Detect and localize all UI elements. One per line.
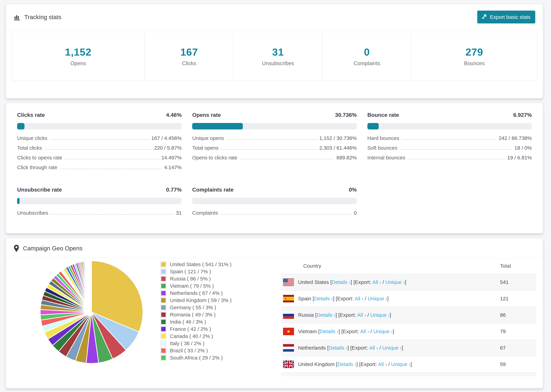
rate-progress-bar bbox=[192, 123, 357, 129]
rate-progress-fill bbox=[192, 123, 243, 129]
map-pin-icon bbox=[14, 245, 19, 252]
rates-card: Clicks rate4.46%Unique clicks167 / 4.456… bbox=[6, 103, 543, 233]
stat-label: Opens to clicks rate bbox=[192, 155, 237, 161]
geo-table: Country Total United States [Details ›] … bbox=[281, 258, 536, 377]
legend-swatch bbox=[160, 290, 167, 296]
legend-swatch bbox=[160, 304, 167, 311]
stat-label: Click through rate bbox=[17, 165, 57, 170]
tracking-stats-title: Tracking stats bbox=[14, 14, 61, 21]
legend-item: Vietnam ( 79 / 5% ) bbox=[160, 282, 232, 290]
legend-label: South Africa ( 29 / 2% ) bbox=[170, 355, 223, 361]
legend-swatch bbox=[160, 312, 167, 318]
link-separator: / bbox=[387, 361, 391, 367]
geo-export-unique-link[interactable]: Unique › bbox=[370, 312, 390, 318]
geo-export-all-link[interactable]: All › bbox=[354, 296, 363, 301]
legend-swatch bbox=[160, 348, 167, 354]
geo-table-header: Country Total bbox=[281, 258, 536, 274]
legend-label: United States ( 541 / 31% ) bbox=[170, 261, 232, 267]
legend-item: India ( 46 / 3% ) bbox=[160, 318, 232, 325]
geo-export-all-link[interactable]: All › bbox=[360, 329, 369, 334]
export-basic-stats-button[interactable]: Export basic stats bbox=[477, 11, 535, 23]
stat-row: Total clicks220 / 5.87% bbox=[17, 145, 182, 155]
legend-swatch bbox=[160, 326, 167, 332]
dotted-leader bbox=[221, 149, 317, 150]
geo-export-unique-link[interactable]: Unique › bbox=[368, 296, 387, 301]
country-column-header: Country bbox=[303, 263, 500, 269]
stat-label: Unsubscribes bbox=[17, 210, 48, 216]
geo-table-row: Netherlands [Details ›] [Export: All › /… bbox=[281, 339, 536, 356]
rate-block-complaints: Complaints rate0%Complaints0 bbox=[192, 187, 357, 220]
total-cell: 121 bbox=[500, 296, 536, 301]
geo-details-link[interactable]: Details › bbox=[317, 312, 335, 318]
geo-export-unique-link[interactable]: Unique › bbox=[382, 345, 402, 351]
close-bracket: ] bbox=[402, 345, 403, 351]
geo-export-unique-link[interactable]: Unique › bbox=[373, 329, 393, 334]
stat-value: 4.147% bbox=[164, 165, 182, 170]
legend-item: France ( 42 / 2% ) bbox=[160, 325, 232, 333]
stat-label: Internal bounces bbox=[367, 155, 405, 161]
geo-details-link[interactable]: Details › bbox=[329, 345, 347, 351]
country-name: Netherlands [ bbox=[298, 345, 329, 351]
summary-label: Complaints bbox=[353, 60, 380, 67]
rate-progress-bar bbox=[17, 123, 182, 129]
stat-label: Unique clicks bbox=[17, 135, 47, 141]
rate-value: 4.46% bbox=[166, 112, 182, 118]
stat-value: 220 / 5.87% bbox=[154, 145, 182, 151]
geo-export-unique-link[interactable]: Unique › bbox=[385, 279, 405, 285]
geo-table-body: United States [Details ›] [Export: All ›… bbox=[281, 274, 536, 377]
geo-opens-pie-chart[interactable] bbox=[38, 259, 145, 366]
total-column-header: Total bbox=[500, 263, 536, 269]
summary-label: Clicks bbox=[182, 60, 196, 67]
legend-item: Spain ( 121 / 7% ) bbox=[160, 268, 232, 275]
legend-swatch bbox=[160, 276, 167, 282]
legend-item: Brazil ( 33 / 2% ) bbox=[160, 347, 232, 354]
legend-label: Canada ( 40 / 2% ) bbox=[170, 333, 213, 339]
total-cell: 59 bbox=[500, 361, 536, 367]
export-button-label: Export basic stats bbox=[490, 14, 530, 20]
rate-progress-bar bbox=[192, 198, 357, 204]
legend-label: Vietnam ( 79 / 5% ) bbox=[170, 283, 214, 289]
stat-label: Complaints bbox=[192, 210, 218, 216]
close-bracket: ] bbox=[410, 361, 412, 367]
country-cell: Spain [Details ›] [Export: All › / Uniqu… bbox=[298, 296, 500, 301]
rate-value: 0.77% bbox=[166, 187, 182, 193]
stat-row: Hard bounces242 / 86.738% bbox=[367, 135, 532, 145]
legend-swatch bbox=[160, 355, 167, 361]
geo-details-link[interactable]: Details › bbox=[320, 329, 339, 334]
export-prefix: ] [Export: bbox=[356, 361, 378, 367]
geo-header: Campaign Geo Opens bbox=[6, 238, 543, 258]
us-flag-icon bbox=[283, 279, 294, 286]
summary-label: Opens bbox=[70, 60, 86, 67]
geo-details-link[interactable]: Details › bbox=[314, 296, 333, 301]
stat-label: Total clicks bbox=[17, 145, 42, 151]
pie-legend: United States ( 541 / 31% )Spain ( 121 /… bbox=[160, 261, 232, 361]
geo-export-all-link[interactable]: All › bbox=[369, 345, 378, 351]
dotted-leader bbox=[51, 214, 174, 215]
stat-value: 242 / 86.738% bbox=[499, 135, 532, 141]
rate-progress-bar bbox=[17, 198, 182, 204]
dotted-leader bbox=[44, 149, 152, 150]
stat-value: 689.82% bbox=[336, 155, 357, 161]
geo-details-link[interactable]: Details › bbox=[332, 279, 351, 285]
geo-details-link[interactable]: Details › bbox=[338, 361, 356, 367]
geo-export-all-link[interactable]: All › bbox=[357, 312, 366, 318]
summary-value: 279 bbox=[466, 46, 483, 58]
export-prefix: ] [Export: bbox=[351, 279, 372, 285]
geo-table-row: Russia [Details ›] [Export: All › / Uniq… bbox=[281, 307, 536, 323]
legend-item: Russia ( 86 / 5% ) bbox=[160, 275, 232, 282]
stat-row: Click through rate4.147% bbox=[17, 165, 182, 174]
stat-row: Complaints0 bbox=[192, 210, 357, 220]
legend-label: Italy ( 36 / 2% ) bbox=[170, 341, 205, 346]
geo-table-row: United Kingdom [Details ›] [Export: All … bbox=[281, 356, 536, 372]
geo-export-all-link[interactable]: All › bbox=[372, 279, 381, 285]
geo-export-all-link[interactable]: All › bbox=[378, 361, 387, 367]
bar-chart-icon bbox=[14, 14, 21, 21]
stat-value: 14.497% bbox=[161, 155, 182, 161]
geo-table-row: Vietnam [Details ›] [Export: All › / Uni… bbox=[281, 323, 536, 339]
stat-value: 31 bbox=[176, 210, 182, 216]
dotted-leader bbox=[400, 149, 512, 150]
stat-value: 2,303 / 61.446% bbox=[319, 145, 357, 151]
legend-swatch bbox=[160, 261, 167, 267]
geo-export-unique-link[interactable]: Unique › bbox=[391, 361, 410, 367]
stat-row: Total opens2,303 / 61.446% bbox=[192, 145, 357, 155]
